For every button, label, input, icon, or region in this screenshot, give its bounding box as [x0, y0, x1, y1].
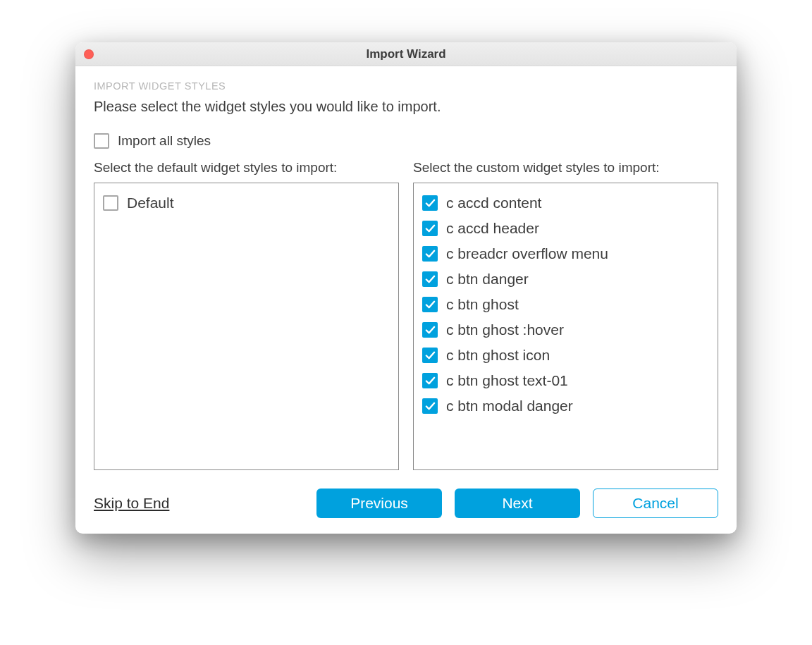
- custom-style-item-label: c accd content: [446, 195, 541, 211]
- default-styles-heading: Select the default widget styles to impo…: [94, 160, 399, 176]
- import-all-checkbox[interactable]: [94, 133, 109, 149]
- wizard-window: Import Wizard Import Widget Styles Pleas…: [75, 42, 737, 534]
- skip-to-end-link[interactable]: Skip to End: [94, 495, 169, 512]
- wizard-content: Import Widget Styles Please select the w…: [75, 66, 737, 534]
- check-icon: [425, 223, 436, 234]
- custom-style-item-checkbox[interactable]: [422, 297, 438, 312]
- default-style-item-label: Default: [127, 195, 174, 211]
- custom-style-item-label: c btn ghost :hover: [446, 321, 564, 338]
- check-icon: [425, 198, 436, 209]
- next-button[interactable]: Next: [455, 489, 580, 518]
- default-styles-column: Select the default widget styles to impo…: [94, 160, 399, 470]
- custom-style-item-label: c btn ghost icon: [446, 347, 550, 364]
- custom-style-item-checkbox[interactable]: [422, 348, 438, 363]
- custom-styles-heading: Select the custom widget styles to impor…: [413, 160, 718, 176]
- custom-style-item-label: c btn ghost text-01: [446, 372, 568, 389]
- default-styles-listbox[interactable]: Default: [94, 183, 399, 470]
- check-icon: [425, 300, 436, 310]
- cancel-button[interactable]: Cancel: [593, 489, 718, 518]
- custom-style-item-label: c breadcr overflow menu: [446, 245, 608, 262]
- previous-button[interactable]: Previous: [316, 489, 442, 518]
- import-all-row: Import all styles: [94, 133, 718, 149]
- custom-styles-column: Select the custom widget styles to impor…: [413, 160, 718, 470]
- custom-style-item-checkbox[interactable]: [422, 246, 438, 262]
- check-icon: [425, 376, 436, 386]
- custom-style-item: c btn ghost icon: [422, 343, 709, 368]
- custom-style-item: c btn danger: [422, 266, 709, 292]
- custom-style-item: c accd header: [422, 216, 709, 241]
- custom-style-item-checkbox[interactable]: [422, 221, 438, 236]
- check-icon: [425, 401, 436, 412]
- import-all-label: Import all styles: [118, 133, 211, 149]
- custom-style-item-checkbox[interactable]: [422, 322, 438, 338]
- columns: Select the default widget styles to impo…: [94, 160, 718, 470]
- custom-style-item-checkbox[interactable]: [422, 271, 438, 287]
- check-icon: [425, 325, 436, 336]
- check-icon: [425, 249, 436, 259]
- custom-style-item: c btn ghost :hover: [422, 317, 709, 343]
- custom-style-item-label: c btn danger: [446, 271, 529, 288]
- section-label: Import Widget Styles: [94, 80, 718, 92]
- custom-style-item: c btn ghost: [422, 292, 709, 317]
- custom-style-item-checkbox[interactable]: [422, 398, 438, 414]
- custom-style-item-label: c btn ghost: [446, 296, 519, 313]
- custom-style-item-checkbox[interactable]: [422, 195, 438, 211]
- close-icon[interactable]: [84, 49, 94, 59]
- custom-styles-listbox[interactable]: c accd contentc accd headerc breadcr ove…: [413, 183, 718, 470]
- custom-style-item: c accd content: [422, 190, 709, 216]
- custom-style-item: c btn ghost text-01: [422, 368, 709, 393]
- section-description: Please select the widget styles you woul…: [94, 99, 718, 115]
- custom-style-item-label: c btn modal danger: [446, 398, 573, 414]
- check-icon: [425, 274, 436, 285]
- window-title: Import Wizard: [75, 47, 737, 61]
- custom-style-item-checkbox[interactable]: [422, 373, 438, 388]
- wizard-footer: Skip to End Previous Next Cancel: [94, 489, 718, 518]
- default-style-item: Default: [103, 190, 390, 216]
- custom-style-item: c btn modal danger: [422, 393, 709, 419]
- default-style-item-checkbox[interactable]: [103, 195, 118, 211]
- window-titlebar: Import Wizard: [75, 42, 737, 66]
- custom-style-item-label: c accd header: [446, 220, 539, 237]
- check-icon: [425, 350, 436, 361]
- custom-style-item: c breadcr overflow menu: [422, 241, 709, 266]
